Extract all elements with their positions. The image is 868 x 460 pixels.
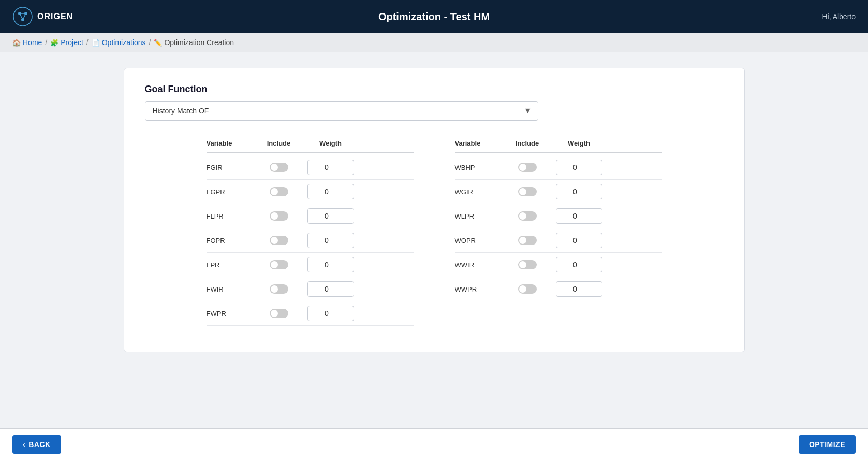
var-right-rows: WBHP WGIR WLPR	[455, 155, 662, 301]
table-row: WGIR	[455, 180, 662, 204]
toggle-slider	[270, 187, 288, 196]
var-toggle[interactable]	[258, 260, 300, 269]
weight-input[interactable]	[307, 184, 354, 199]
logo-text: ORIGEN	[37, 12, 73, 21]
var-left-header-include: Include	[258, 139, 300, 147]
weight-input[interactable]	[556, 281, 602, 297]
toggle-switch[interactable]	[518, 260, 537, 269]
table-row: WLPR	[455, 204, 662, 228]
toggle-switch[interactable]	[270, 163, 288, 172]
var-name: FWPR	[207, 310, 258, 318]
toggle-switch[interactable]	[270, 236, 288, 245]
var-toggle[interactable]	[507, 284, 548, 294]
var-name: WOPR	[455, 237, 507, 245]
goal-function-section: Goal Function History Match OF Custom OF…	[145, 84, 538, 121]
var-left-header: Variable Include Weigth	[207, 136, 414, 153]
goal-function-select[interactable]: History Match OF Custom OF	[145, 101, 538, 121]
main-content: Goal Function History Match OF Custom OF…	[0, 52, 868, 409]
table-row: WOPR	[455, 228, 662, 253]
var-toggle[interactable]	[507, 163, 548, 172]
var-name: FGPR	[207, 188, 258, 196]
optimize-button[interactable]: OPTIMIZE	[799, 435, 856, 454]
var-toggle[interactable]	[507, 211, 548, 221]
toggle-slider	[270, 211, 288, 221]
toggle-switch[interactable]	[270, 309, 288, 318]
var-weight	[300, 160, 362, 175]
back-button[interactable]: ‹ BACK	[12, 435, 61, 454]
toggle-switch[interactable]	[518, 284, 537, 294]
var-toggle[interactable]	[507, 260, 548, 269]
var-name: FPR	[207, 261, 258, 269]
var-toggle[interactable]	[258, 211, 300, 221]
toggle-slider	[270, 260, 288, 269]
var-toggle[interactable]	[258, 163, 300, 172]
var-toggle[interactable]	[258, 309, 300, 318]
var-weight	[548, 281, 610, 297]
var-toggle[interactable]	[258, 236, 300, 245]
var-weight	[548, 184, 610, 199]
toggle-switch[interactable]	[518, 236, 537, 245]
toggle-switch[interactable]	[270, 187, 288, 196]
app-header: ORIGEN Optimization - Test HM Hi, Albert…	[0, 0, 868, 33]
svg-point-0	[13, 7, 32, 26]
breadcrumb-home[interactable]: 🏠 Home	[12, 38, 42, 47]
var-weight	[548, 233, 610, 248]
toggle-switch[interactable]	[518, 211, 537, 221]
toggle-switch[interactable]	[270, 260, 288, 269]
var-right-header-weight: Weigth	[548, 139, 610, 147]
toggle-slider	[518, 260, 537, 269]
breadcrumb-sep-2: /	[86, 38, 89, 47]
toggle-slider	[270, 236, 288, 245]
table-row: FGPR	[207, 180, 414, 204]
weight-input[interactable]	[556, 257, 602, 272]
breadcrumb-sep-3: /	[149, 38, 151, 47]
var-toggle[interactable]	[258, 284, 300, 294]
toggle-switch[interactable]	[270, 211, 288, 221]
var-weight	[300, 257, 362, 272]
toggle-slider	[518, 284, 537, 294]
table-row: FGIR	[207, 155, 414, 180]
breadcrumb-project-label: Project	[61, 38, 83, 47]
back-arrow-icon: ‹	[23, 440, 25, 449]
var-weight	[300, 208, 362, 224]
weight-input[interactable]	[307, 208, 354, 224]
toggle-switch[interactable]	[518, 163, 537, 172]
var-toggle[interactable]	[507, 236, 548, 245]
toggle-switch[interactable]	[518, 187, 537, 196]
back-button-label: BACK	[28, 440, 50, 449]
var-right-header-include: Include	[507, 139, 548, 147]
weight-input[interactable]	[307, 281, 354, 297]
var-name: FGIR	[207, 164, 258, 171]
var-right-header: Variable Include Weigth	[455, 136, 662, 153]
var-right-header-variable: Variable	[455, 139, 507, 147]
toggle-slider	[518, 187, 537, 196]
breadcrumb-optimizations[interactable]: 📄 Optimizations	[92, 38, 146, 47]
var-toggle[interactable]	[507, 187, 548, 196]
var-name: WWPR	[455, 285, 507, 293]
table-row: FOPR	[207, 228, 414, 253]
weight-input[interactable]	[307, 233, 354, 248]
breadcrumb-project[interactable]: 🧩 Project	[50, 38, 83, 47]
logo-icon	[12, 6, 33, 27]
weight-input[interactable]	[307, 160, 354, 175]
table-row: FLPR	[207, 204, 414, 228]
var-weight	[300, 184, 362, 199]
weight-input[interactable]	[556, 208, 602, 224]
table-row: WWIR	[455, 253, 662, 277]
weight-input[interactable]	[556, 160, 602, 175]
weight-input[interactable]	[556, 184, 602, 199]
page-title: Optimization - Test HM	[378, 11, 490, 23]
var-weight	[300, 233, 362, 248]
weight-input[interactable]	[307, 257, 354, 272]
toggle-slider	[270, 163, 288, 172]
toggle-switch[interactable]	[270, 284, 288, 294]
weight-input[interactable]	[307, 306, 354, 321]
var-toggle[interactable]	[258, 187, 300, 196]
table-row: WBHP	[455, 155, 662, 180]
svg-line-6	[23, 13, 26, 20]
weight-input[interactable]	[556, 233, 602, 248]
goal-select-wrapper: History Match OF Custom OF ▼	[145, 101, 538, 121]
project-icon: 🧩	[50, 39, 58, 47]
var-weight	[300, 306, 362, 321]
toggle-slider	[270, 284, 288, 294]
